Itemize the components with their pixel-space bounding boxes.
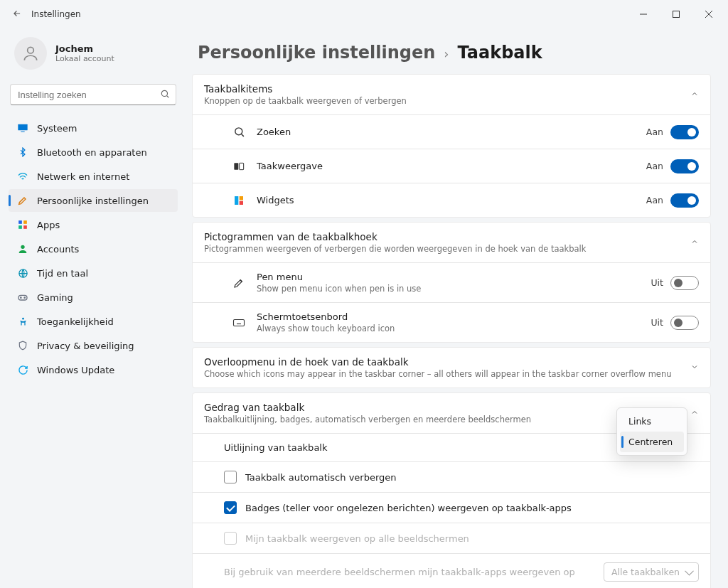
sidebar-item-privacy[interactable]: Privacy & beveiliging [9,334,178,357]
sidebar-item-label: Bluetooth en apparaten [37,147,147,158]
section-header-overflow[interactable]: Overloopmenu in de hoek van de taakbalk … [193,348,710,387]
section-taskbar-items: Taakbalkitems Knoppen op de taakbalk wee… [192,74,711,218]
svg-point-17 [24,297,25,298]
alignment-label: Uitlijning van taakbalk [224,442,327,453]
checkbox-all-displays [224,532,237,545]
section-title: Overloopmenu in de hoek van de taakbalk [204,356,672,368]
toggle-state: Uit [651,277,663,288]
toggle-row-touchkeyboard: Schermtoetsenbord Always show touch keyb… [193,302,710,342]
search-input[interactable] [16,89,160,101]
toggle-touchkeyboard[interactable] [670,316,699,330]
chevron-down-icon [690,363,699,373]
sidebar-item-update[interactable]: Windows Update [9,358,178,381]
svg-rect-21 [234,163,238,169]
svg-rect-22 [240,163,244,169]
bluetooth-icon [17,146,28,158]
section-subtitle: Pictogrammen weergeven of verbergen die … [204,244,586,254]
sidebar-item-time-language[interactable]: Tijd en taal [9,262,178,284]
sidebar-item-gaming[interactable]: Gaming [9,286,178,309]
svg-rect-25 [240,201,243,204]
shield-icon [17,340,28,351]
sidebar: Jochem Lokaal account Systeem Bluetooth … [0,28,186,588]
window-title: Instellingen [31,9,81,19]
svg-rect-12 [23,225,27,229]
section-subtitle: Taakbalkuitlijning, badges, automatisch … [204,415,531,424]
user-block[interactable]: Jochem Lokaal account [9,28,178,84]
alignment-dropdown[interactable]: Links Centreren [616,407,687,456]
option-label: Badges (teller voor ongelezen berichten)… [245,503,572,513]
sidebar-item-label: Persoonlijke instellingen [37,196,149,206]
svg-rect-7 [18,124,27,131]
sidebar-item-personalization[interactable]: Persoonlijke instellingen [9,189,178,212]
section-subtitle: Choose which icons may appear in the tas… [204,369,672,379]
toggle-state: Aan [646,161,663,171]
section-header-items[interactable]: Taakbalkitems Knoppen op de taakbalk wee… [193,75,710,114]
chevron-up-icon [690,90,699,100]
network-icon [17,171,28,182]
sidebar-item-label: Privacy & beveiliging [37,341,134,351]
svg-rect-9 [18,220,22,224]
svg-rect-23 [235,196,238,205]
row-sublabel: Show pen menu icon when pen is in use [257,284,421,294]
section-corner-icons: Pictogrammen van de taakbalkhoek Pictogr… [192,222,711,343]
row-label: Pen menu [257,272,421,282]
option-label: Mijn taakbalk weergeven op alle beeldsch… [245,533,469,544]
toggle-search[interactable] [670,125,699,139]
align-option-left[interactable]: Links [620,411,684,432]
svg-point-18 [22,317,24,319]
gaming-icon [17,292,28,303]
row-label: Widgets [257,195,294,205]
chevron-up-icon [690,237,699,248]
section-header-corner[interactable]: Pictogrammen van de taakbalkhoek Pictogr… [193,223,710,262]
search-icon [160,89,170,101]
sidebar-item-accessibility[interactable]: Toegankelijkheid [9,310,178,333]
toggle-row-widgets: Widgets Aan [193,183,710,217]
checkbox-auto-hide[interactable] [224,471,237,483]
sidebar-item-bluetooth[interactable]: Bluetooth en apparaten [9,141,178,164]
page-title: Taakbalk [458,43,542,63]
sidebar-item-system[interactable]: Systeem [9,117,178,139]
row-label: Taakweergave [257,161,323,171]
section-title: Pictogrammen van de taakbalkhoek [204,231,586,242]
taskview-icon [230,161,248,172]
minimize-button[interactable] [627,0,660,28]
toggle-state: Aan [646,195,663,205]
svg-rect-15 [18,295,27,300]
back-button[interactable] [3,9,31,21]
align-option-center[interactable]: Centreren [620,432,684,452]
section-overflow: Overloopmenu in de hoek van de taakbalk … [192,347,711,388]
avatar [14,37,47,70]
checkbox-badges[interactable] [224,501,237,514]
toggle-row-taskview: Taakweergave Aan [193,149,710,183]
search-box[interactable] [10,84,176,105]
breadcrumb: Persoonlijke instellingen › Taakbalk [192,28,711,74]
toggle-widgets[interactable] [670,193,699,208]
sidebar-item-apps[interactable]: Apps [9,213,178,236]
option-label: Bij gebruik van meerdere beeldschermen m… [224,567,575,577]
sidebar-item-network[interactable]: Netwerk en internet [9,165,178,188]
svg-point-5 [161,90,167,96]
option-auto-hide[interactable]: Taakbalk automatisch verbergen [193,461,710,492]
option-multi-display: Bij gebruik van meerdere beeldschermen m… [193,553,710,588]
toggle-taskview[interactable] [670,159,699,173]
sidebar-item-label: Toegankelijkheid [37,316,114,327]
row-label: Zoeken [257,127,291,137]
option-badges[interactable]: Badges (teller voor ongelezen berichten)… [193,492,710,523]
update-icon [17,364,28,375]
option-all-displays: Mijn taakbalk weergeven op alle beeldsch… [193,523,710,553]
row-label: Schermtoetsenbord [257,311,395,322]
apps-icon [17,219,28,230]
sidebar-item-label: Tijd en taal [37,268,88,279]
toggle-row-pen: Pen menu Show pen menu icon when pen is … [193,262,710,302]
close-button[interactable] [692,0,725,28]
section-behavior: Gedrag van taakbalk Taakbalkuitlijning, … [192,392,711,588]
main-content: Persoonlijke instellingen › Taakbalk Taa… [186,28,728,588]
maximize-button[interactable] [660,0,692,28]
breadcrumb-parent[interactable]: Persoonlijke instellingen [198,43,435,63]
sidebar-item-accounts[interactable]: Accounts [9,237,178,260]
section-title: Taakbalkitems [204,83,407,95]
chevron-up-icon [690,408,699,419]
section-subtitle: Knoppen op de taakbalk weergeven of verb… [204,96,407,106]
svg-rect-24 [240,196,243,200]
toggle-pen[interactable] [670,276,699,290]
